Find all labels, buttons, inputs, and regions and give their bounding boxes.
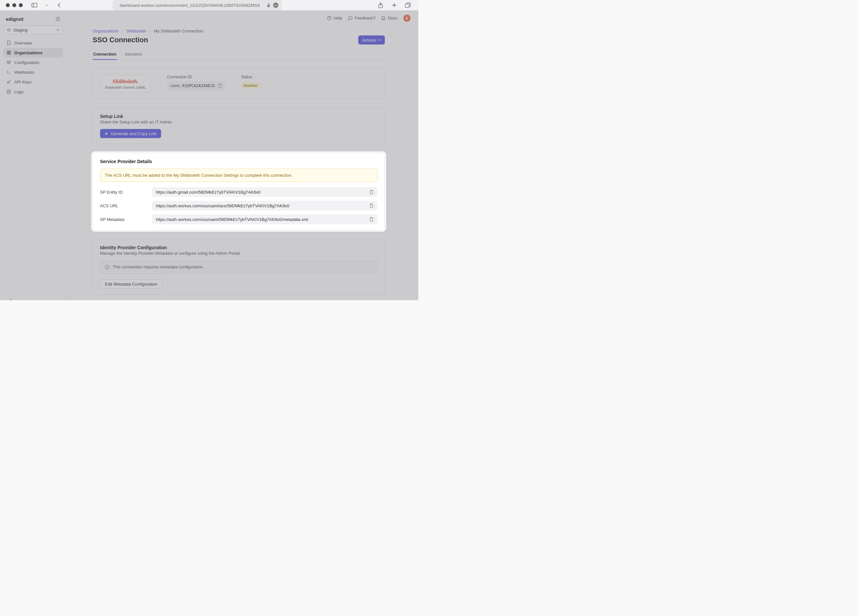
sp-metadata-label: SP Metadata xyxy=(100,217,152,222)
more-icon[interactable]: ••• xyxy=(273,3,278,8)
sliders-icon xyxy=(6,61,11,64)
svg-point-12 xyxy=(10,61,10,62)
edit-metadata-button[interactable]: Edit Metadata Configuration xyxy=(100,279,162,288)
svg-rect-7 xyxy=(9,51,10,52)
generate-copy-link-label: Generate and Copy Link xyxy=(111,131,157,136)
acs-url-label: ACS URL xyxy=(100,204,152,208)
nav-label: Overview xyxy=(14,40,32,45)
window-controls[interactable] xyxy=(6,3,23,7)
sidebar-toggle-icon[interactable] xyxy=(30,1,39,10)
breadcrumbs: Organizations / Shibboleth / My Shibbole… xyxy=(93,29,385,33)
edit-metadata-label: Edit Metadata Configuration xyxy=(105,282,157,286)
svg-rect-9 xyxy=(9,53,10,54)
sp-entity-id-value: https://auth.gmail.com/58DMkEz7ybTVAKIV1… xyxy=(156,190,369,194)
svg-rect-17 xyxy=(370,191,373,194)
tabs: Connection Sessions xyxy=(93,49,385,60)
nav-label: API Keys xyxy=(14,79,31,84)
sp-details-title: Service Provider Details xyxy=(100,159,378,164)
nav-label: Configuration xyxy=(14,60,39,65)
info-icon xyxy=(105,265,109,269)
tabs-icon[interactable] xyxy=(403,1,412,10)
top-utility-bar: Help Feedback? Docs E xyxy=(67,10,418,26)
connection-id-value: conn_01GPCA2A3XADJS xyxy=(171,84,215,88)
cube-icon xyxy=(7,28,11,32)
environment-label: Staging xyxy=(13,28,28,33)
setup-link-subtitle: Share the Setup Link with an IT Admin. xyxy=(100,120,378,124)
docs-label: Docs xyxy=(388,16,398,20)
status-badge: Inactive xyxy=(241,82,260,89)
actions-label: Actions xyxy=(362,38,376,42)
browser-titlebar: dashboard.workos.com/environment_01G25ZH… xyxy=(0,0,418,10)
address-bar[interactable]: dashboard.workos.com/environment_01G25ZH… xyxy=(113,0,281,10)
svg-rect-4 xyxy=(405,4,409,8)
svg-rect-0 xyxy=(32,3,37,7)
generate-copy-link-button[interactable]: Generate and Copy Link xyxy=(100,129,161,138)
sidebar-item-logs[interactable]: Logs xyxy=(3,87,63,96)
docs-link[interactable]: Docs xyxy=(381,16,398,20)
workspace-name: edignot xyxy=(6,16,23,22)
provider-subtitle: Shibboleth Generic SAML xyxy=(105,86,146,89)
svg-point-13 xyxy=(8,82,9,84)
breadcrumb-separator: / xyxy=(149,29,151,33)
user-avatar[interactable]: E xyxy=(403,15,410,22)
grid-icon xyxy=(6,51,11,54)
new-tab-icon[interactable] xyxy=(390,1,399,10)
zoom-dot[interactable] xyxy=(19,3,23,7)
sidebar-item-organizations[interactable]: Organizations xyxy=(3,48,63,58)
breadcrumb-shibboleth[interactable]: Shibboleth xyxy=(126,29,146,33)
minimize-dot[interactable] xyxy=(12,3,16,7)
copy-icon[interactable] xyxy=(369,217,373,222)
sp-entity-id-row: SP Entity ID https://auth.gmail.com/58DM… xyxy=(100,187,378,197)
svg-rect-19 xyxy=(370,218,373,222)
sidebar-item-webhooks[interactable]: Webhooks xyxy=(3,67,63,77)
connection-id-label: Connection ID xyxy=(167,75,225,79)
back-button[interactable] xyxy=(54,1,64,10)
breadcrumb-organizations[interactable]: Organizations xyxy=(93,29,118,33)
sidebar-item-overview[interactable]: Overview xyxy=(3,38,63,48)
svg-rect-16 xyxy=(219,84,221,88)
sp-metadata-field[interactable]: https://auth.workos.com/sso/saml/58DMkEz… xyxy=(152,215,378,224)
idp-config-title: Identity Provider Configuration xyxy=(100,245,378,250)
idp-config-info-text: This connection requires metadata config… xyxy=(113,264,204,269)
terminal-icon xyxy=(6,70,11,74)
status-label: Status xyxy=(241,75,260,79)
copy-icon[interactable] xyxy=(369,190,373,194)
acs-url-row: ACS URL https://auth.workos.com/sso/saml… xyxy=(100,201,378,210)
sp-metadata-row: SP Metadata https://auth.workos.com/sso/… xyxy=(100,215,378,224)
environment-select[interactable]: Staging xyxy=(3,26,63,34)
svg-rect-2 xyxy=(267,5,270,7)
tab-connection[interactable]: Connection xyxy=(93,49,117,60)
nav-label: Webhooks xyxy=(14,70,34,75)
acs-url-value: https://auth.workos.com/sso/saml/acs/58D… xyxy=(156,204,369,208)
sidebar: edignot Staging Overview Org xyxy=(0,10,67,300)
nav-label: Organizations xyxy=(14,50,42,55)
copy-icon[interactable] xyxy=(369,204,373,208)
svg-point-14 xyxy=(7,90,10,91)
plus-icon xyxy=(104,132,108,135)
sidebar-item-api-keys[interactable]: API Keys xyxy=(3,77,63,87)
dropdown-chevron-icon[interactable] xyxy=(42,1,51,10)
address-bar-url: dashboard.workos.com/environment_01G25ZH… xyxy=(116,3,264,8)
sidebar-item-configuration[interactable]: Configuration xyxy=(3,58,63,67)
close-dot[interactable] xyxy=(6,3,10,7)
idp-config-info-alert: This connection requires metadata config… xyxy=(100,260,378,274)
connection-id-value-box[interactable]: conn_01GPCA2A3XADJS xyxy=(167,81,225,90)
gear-icon[interactable] xyxy=(56,17,61,22)
breadcrumb-current: My Shibboleth Connection xyxy=(154,29,203,33)
bookmark-icon xyxy=(6,40,11,45)
share-icon[interactable] xyxy=(376,1,385,10)
sp-metadata-value: https://auth.workos.com/sso/saml/58DMkEz… xyxy=(156,217,369,222)
copy-icon[interactable] xyxy=(218,84,222,88)
idp-config-card: Identity Provider Configuration Manage t… xyxy=(93,239,385,295)
page-title: SSO Connection xyxy=(93,36,148,44)
sp-entity-id-field[interactable]: https://auth.gmail.com/58DMkEz7ybTVAKIV1… xyxy=(152,187,378,197)
feedback-link[interactable]: Feedback? xyxy=(348,16,375,20)
actions-button[interactable]: Actions xyxy=(358,36,385,45)
acs-url-field[interactable]: https://auth.workos.com/sso/saml/acs/58D… xyxy=(152,201,378,210)
setup-link-card: Setup Link Share the Setup Link with an … xyxy=(93,107,385,144)
tab-sessions[interactable]: Sessions xyxy=(124,49,143,60)
help-label: Help xyxy=(334,16,342,20)
help-link[interactable]: Help xyxy=(327,16,342,20)
breadcrumb-separator: / xyxy=(122,29,123,33)
idp-config-subtitle: Manage the Identity Provider Metadata or… xyxy=(100,251,378,256)
